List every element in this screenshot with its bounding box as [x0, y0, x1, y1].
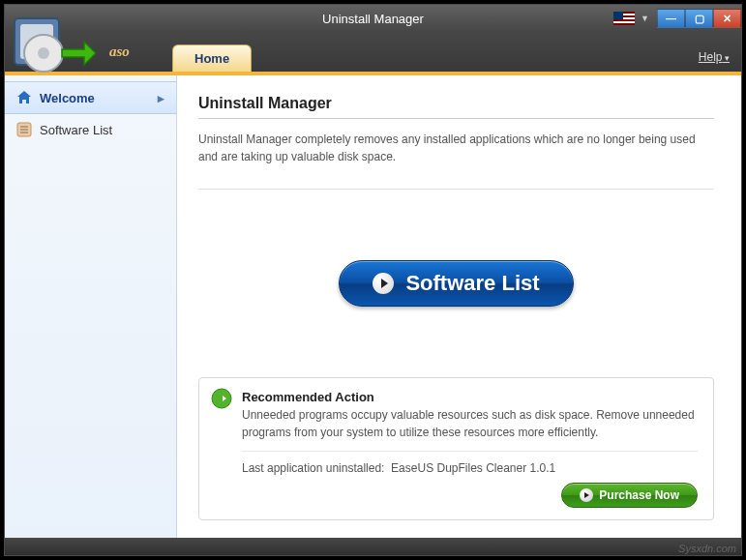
tabbar: Home: [172, 44, 252, 72]
purchase-now-button[interactable]: Purchase Now: [561, 483, 698, 508]
play-icon: [373, 273, 394, 294]
purchase-button-label: Purchase Now: [599, 488, 679, 502]
page-title: Uninstall Manager: [198, 95, 714, 119]
primary-button-label: Software List: [405, 271, 539, 296]
toolbar: aso Home Help: [5, 32, 741, 75]
software-list-button[interactable]: Software List: [339, 260, 573, 307]
play-icon: [580, 488, 593, 502]
watermark: Sysxdn.com: [678, 543, 736, 554]
minimize-button[interactable]: —: [657, 9, 685, 28]
sidebar-item-software-list[interactable]: Software List: [5, 114, 176, 145]
sidebar: Welcome Software List: [5, 75, 177, 538]
sidebar-item-label: Software List: [40, 123, 112, 137]
arrow-right-circle-icon: [211, 388, 232, 409]
app-logo-icon: [9, 15, 96, 78]
close-button[interactable]: ✕: [713, 9, 741, 28]
app-window: Uninstall Manager ▼ — ▢ ✕ aso Home Help: [4, 4, 742, 556]
recommended-title: Recommended Action: [242, 390, 698, 404]
maximize-button[interactable]: ▢: [685, 9, 713, 28]
primary-action-area: Software List: [198, 190, 714, 377]
recommended-text: Unneeded programs occupy valuable resour…: [242, 406, 698, 452]
recommended-action-box: Recommended Action Unneeded programs occ…: [198, 377, 714, 520]
svg-point-8: [212, 389, 231, 408]
flag-us-icon[interactable]: [613, 12, 635, 25]
last-uninstalled-label: Last application uninstalled:: [242, 461, 384, 475]
list-icon: [16, 122, 32, 137]
tab-home[interactable]: Home: [172, 44, 252, 72]
language-dropdown-icon[interactable]: ▼: [641, 14, 649, 23]
statusbar: [5, 538, 741, 555]
svg-point-3: [38, 47, 49, 59]
titlebar: Uninstall Manager ▼ — ▢ ✕: [5, 5, 741, 32]
content-pane: Uninstall Manager Uninstall Manager comp…: [177, 75, 741, 538]
last-uninstalled-value: EaseUS DupFiles Cleaner 1.0.1: [391, 461, 555, 475]
sidebar-item-welcome[interactable]: Welcome: [5, 81, 176, 114]
home-icon: [16, 90, 32, 105]
last-uninstalled: Last application uninstalled: EaseUS Dup…: [242, 461, 698, 475]
brand-text: aso: [109, 44, 130, 60]
page-description: Uninstall Manager completely removes any…: [198, 131, 714, 190]
help-menu[interactable]: Help: [699, 50, 730, 64]
body: Welcome Software List Uninstall Manager …: [5, 75, 741, 538]
sidebar-item-label: Welcome: [40, 91, 95, 105]
